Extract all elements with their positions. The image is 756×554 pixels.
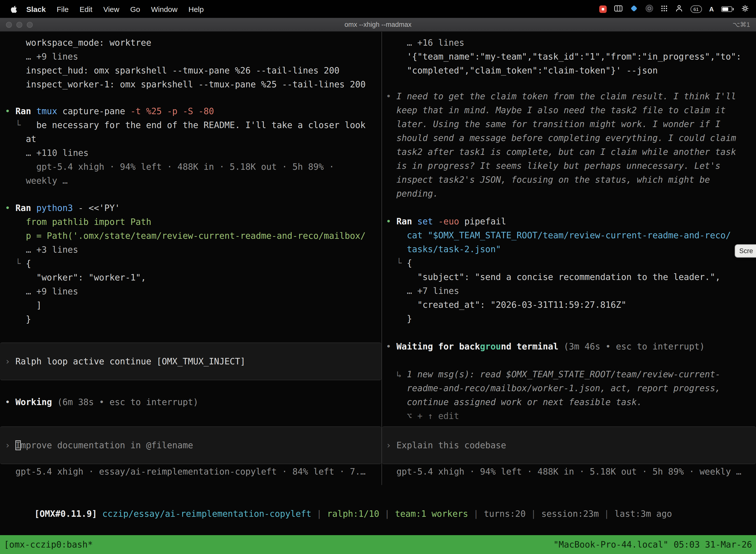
screen-recording-icon[interactable] (599, 5, 607, 13)
output-line: ] (36, 300, 42, 310)
fan-icon[interactable] (741, 4, 749, 14)
thinking-line: pending. (396, 189, 438, 199)
terminal-line: at (5, 132, 380, 146)
collapsed-lines-indicator: … +7 lines (407, 286, 459, 296)
terminal-line: … +9 lines (5, 50, 380, 63)
prompt-chevron-icon: › (386, 440, 396, 450)
prompt-input-right[interactable]: ›Explain this codebase (382, 427, 756, 464)
omx-ralph-counter: ralph:1/10 (327, 509, 379, 519)
thinking-block: •I need to get the claim token from the … (386, 89, 755, 201)
output-line: '{"team_name":"my-team","task_id":"1","f… (407, 52, 741, 62)
menu-view[interactable]: View (98, 5, 125, 13)
config-line: inspect_worker-1: omx sparkshell --tmux-… (26, 79, 366, 89)
menu-go[interactable]: Go (125, 5, 145, 13)
tmux-status-bar: [omx-cczip0:bash* "MacBook-Pro-44.local"… (0, 535, 756, 554)
waiting-status-block: •Waiting for background terminal (3m 46s… (386, 340, 755, 353)
terminal-line: from pathlib import Path (5, 215, 380, 229)
working-label: Working (15, 397, 57, 407)
code-line: p = Path('.omx/state/team/review-current… (26, 231, 366, 241)
apple-menu-icon[interactable] (8, 5, 21, 13)
terminal-line: ⌥ + ↑ edit (386, 409, 755, 423)
terminal-line: task2 after task1 is complete, but can I… (386, 145, 755, 159)
waiting-label: Waiting for back (396, 341, 480, 351)
terminal-line: •Ran set -euo pipefail (386, 214, 755, 228)
text-cursor: I (15, 440, 20, 450)
terminal-line: tasks/task-2.json" (386, 242, 755, 256)
waiting-label: nd terminal (501, 341, 564, 351)
ran-python-block: •Ran python3 - <<'PY' from pathlib impor… (5, 201, 380, 326)
battery-icon[interactable] (721, 6, 734, 12)
output-line: "worker": "worker-1", (36, 273, 146, 282)
omx-team-workers: team:1 workers (395, 509, 468, 519)
bullet-icon: • (386, 214, 396, 228)
app-grid-icon[interactable] (660, 5, 668, 13)
collapsed-lines-indicator: … +9 lines (26, 52, 78, 62)
thinking-line: task2 after task1 is complete, but can I… (396, 147, 736, 157)
working-detail: (6m 38s • esc to interrupt) (57, 397, 198, 407)
bullet-icon: • (386, 89, 396, 103)
terminal-line: •I need to get the claim token from the … (386, 89, 755, 103)
command-args: pipefail (464, 216, 506, 226)
output-line: "created_at": "2026-03-31T11:59:27.816Z" (417, 300, 626, 310)
terminal-line: readme-and-reco/mailbox/worker-1.json, a… (386, 381, 755, 395)
input-source-icon[interactable]: A (709, 5, 714, 13)
menu-help[interactable]: Help (183, 5, 209, 13)
ralph-inject-banner[interactable]: ›Ralph loop active continue [OMX_TMUX_IN… (0, 342, 381, 380)
ran-label: Ran (15, 106, 36, 116)
usage-line: weekly … (26, 176, 68, 186)
menu-app-name[interactable]: Slack (21, 5, 51, 13)
tmux-host-and-clock: "MacBook-Pro-44.local" 05:03 31-Mar-26 (553, 540, 752, 550)
screen: Slack File Edit View Go Window Help (0, 0, 756, 554)
terminal-line: pending. (386, 187, 755, 201)
omx-status-bar: [OMX#0.11.9] cczip/essay/ai-reimplementa… (3, 493, 672, 535)
output-line: "subject": "send a concise recommendatio… (417, 272, 720, 282)
tmux-pane-right[interactable]: … +16 lines '{"team_name":"my-team","tas… (382, 32, 756, 485)
separator: | (599, 509, 614, 519)
tmux-session-name: [omx-cczip0:bash* (4, 540, 93, 550)
terminal-line: '{"team_name":"my-team","task_id":"1","f… (386, 50, 755, 63)
menu-file[interactable]: File (51, 5, 74, 13)
tmux-pane-left[interactable]: workspace_mode: worktree … +9 lines insp… (0, 32, 381, 485)
battery-percent-badge[interactable]: 61 (690, 5, 702, 13)
menu-edit[interactable]: Edit (74, 5, 98, 13)
terminal-line: inspect_hud: omx sparkshell --tmux-pane … (5, 63, 380, 77)
terminal-line: ↳1 new msg(s): read $OMX_TEAM_STATE_ROOT… (386, 367, 755, 381)
terminal-line: workspace_mode: worktree (5, 36, 380, 50)
collapsed-lines-indicator: … +110 lines (26, 148, 88, 158)
blue-app-icon[interactable] (630, 4, 638, 14)
ran-cat-task-block: •Ran set -euo pipefail cat "$OMX_TEAM_ST… (386, 214, 755, 326)
thinking-line: inspect task2's JSON, focusing on the st… (396, 175, 710, 185)
terminal-line: … +9 lines (5, 284, 380, 298)
terminal-line: continue assigned work or next feasible … (386, 395, 755, 409)
model-status-block: gpt-5.4 xhigh · 94% left · 488K in · 5.1… (386, 465, 755, 479)
mailbox-note-line: readme-and-reco/mailbox/worker-1.json, a… (407, 383, 720, 393)
edit-hint: ⌥ + ↑ edit (407, 411, 459, 421)
window-title: omx --xhigh --madmax (0, 18, 756, 31)
terminal-line: p = Path('.omx/state/team/review-current… (5, 229, 380, 243)
window-grid-icon[interactable] (614, 5, 622, 13)
screenshot-notification[interactable]: Scre (735, 244, 756, 258)
prompt-chevron-icon: › (5, 356, 15, 366)
terminal-line: later. Using the same for transition mig… (386, 117, 755, 131)
collapsed-lines-indicator: … +16 lines (407, 38, 464, 48)
accessibility-person-icon[interactable] (675, 4, 683, 14)
menu-window[interactable]: Window (145, 5, 183, 13)
ghost-suggestion-text: Explain this codebase (396, 440, 506, 450)
model-status-block: gpt-5.4 xhigh · essay/ai-reimplementatio… (5, 465, 380, 479)
ghost-suggestion-text: mprove documentation in @filename (20, 440, 193, 450)
omx-project-path: cczip/essay/ai-reimplementation-copyleft (102, 509, 311, 519)
thinking-line: should send a message before completing … (396, 133, 736, 143)
separator: | (525, 509, 541, 519)
terminal-line: └{ (5, 257, 380, 271)
prompt-input-left[interactable]: ›Improve documentation in @filename (0, 427, 381, 464)
bullet-icon: • (386, 340, 396, 353)
dark-circle-app-icon[interactable] (645, 4, 653, 14)
terminal-line: } (5, 312, 380, 326)
omx-turns: turns:20 (484, 509, 526, 519)
terminal-line: └be necessary for the end of the README.… (5, 118, 380, 132)
mailbox-note-line: continue assigned work or next feasible … (407, 397, 642, 407)
separator: | (311, 509, 327, 519)
command-flags: -euo (438, 216, 464, 226)
output-line: be necessary for the end of the README. … (36, 120, 366, 130)
bullet-icon: • (5, 104, 15, 118)
